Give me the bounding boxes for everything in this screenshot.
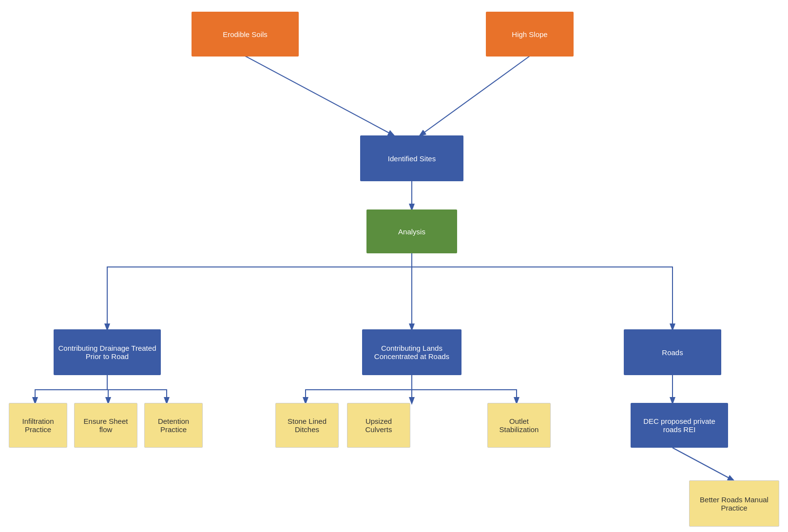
upsized-culverts-node: Upsized Culverts xyxy=(347,403,410,448)
svg-line-1 xyxy=(420,56,530,135)
detention-practice-node: Detention Practice xyxy=(144,403,203,448)
erodible-soils-node: Erodible Soils xyxy=(192,12,299,57)
identified-sites-node: Identified Sites xyxy=(360,135,463,181)
roads-node: Roads xyxy=(624,329,721,375)
dec-proposed-node: DEC proposed private roads REI xyxy=(631,403,728,448)
analysis-node: Analysis xyxy=(366,209,457,253)
infiltration-practice-node: Infiltration Practice xyxy=(9,403,67,448)
flowchart-diagram: Erodible Soils High Slope Identified Sit… xyxy=(0,0,788,532)
outlet-stabilization-node: Outlet Stabilization xyxy=(487,403,551,448)
contributing-drainage-node: Contributing Drainage Treated Prior to R… xyxy=(54,329,161,375)
ensure-sheet-flow-node: Ensure Sheet flow xyxy=(74,403,137,448)
svg-line-5 xyxy=(673,448,733,480)
better-roads-node: Better Roads Manual Practice xyxy=(689,480,779,527)
high-slope-node: High Slope xyxy=(486,12,574,57)
contributing-lands-node: Contributing Lands Concentrated at Roads xyxy=(362,329,461,375)
svg-line-0 xyxy=(245,56,394,135)
stone-lined-ditches-node: Stone Lined Ditches xyxy=(275,403,339,448)
